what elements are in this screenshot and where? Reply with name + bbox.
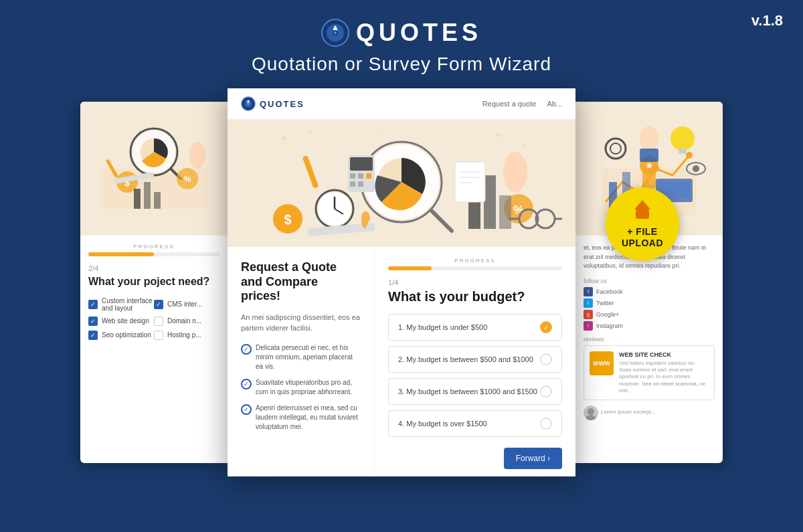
check-text-3: Aperiri deterruisset ei mea, sed cu laud… <box>256 404 361 432</box>
checkbox-checked-icon <box>88 331 98 340</box>
www-description: Uisi habeo equidem sanctus no. Suas summ… <box>619 360 709 395</box>
svg-point-67 <box>671 126 695 151</box>
svg-rect-47 <box>358 173 363 179</box>
quote-description: An mei sadipscing dissentiet, eos ea par… <box>241 312 361 334</box>
nav-logo-text: QUOTES <box>260 99 304 109</box>
option-4[interactable]: 4. My budget is over $1500 <box>388 410 562 437</box>
google-icon: g <box>584 310 593 319</box>
forward-button[interactable]: Forward › <box>504 448 562 469</box>
checkbox-3[interactable]: Web site design <box>88 317 154 326</box>
page-header: v.1.8 QUOTES Quotation or Survey Form Wi… <box>0 0 803 88</box>
svg-text:+: + <box>375 126 379 133</box>
checkbox-4[interactable]: Domain n... <box>154 317 219 326</box>
center-hero-illustration: + + + + + <box>241 122 562 246</box>
review-avatar-row: Lorem ipsum excerpt... <box>584 406 715 420</box>
left-card-content: PROGRESS 2/4 What your poject need? Cust… <box>80 236 228 353</box>
option-2[interactable]: 2. My budget is between $500 and $1000 <box>388 346 562 373</box>
svg-point-81 <box>586 415 596 420</box>
left-question: What your poject need? <box>88 275 219 289</box>
instagram-icon: i <box>584 321 593 331</box>
option-4-radio <box>540 418 552 430</box>
check-circle-icon <box>241 404 252 415</box>
right-preview-card: ★ et, eos ea partem viderer facilisi. Br… <box>575 102 723 463</box>
checkbox-checked-icon <box>154 300 163 309</box>
reviews-title: reviews <box>584 336 715 343</box>
checkbox-empty-icon <box>154 331 163 340</box>
center-hero: + + + + + <box>228 120 575 247</box>
twitter-icon: t <box>584 298 593 308</box>
instagram-follow[interactable]: i Instagram <box>584 321 715 331</box>
option-1-radio <box>540 321 552 333</box>
follow-title: follow us <box>584 278 715 284</box>
www-icon: WWW <box>590 351 614 375</box>
svg-rect-79 <box>640 149 658 162</box>
svg-rect-45 <box>350 157 373 171</box>
nav-link-about[interactable]: Ab... <box>547 100 562 108</box>
quotes-logo-icon <box>321 19 349 47</box>
instagram-label: Instagram <box>596 323 623 329</box>
svg-point-3 <box>334 31 337 34</box>
checkbox-4-label: Domain n... <box>167 317 201 325</box>
option-3[interactable]: 3. My budget is between $1000 and $1500 <box>388 378 562 405</box>
svg-rect-46 <box>350 173 355 179</box>
svg-rect-15 <box>154 192 161 209</box>
checkbox-1[interactable]: Custom interface and layout <box>88 297 154 312</box>
version-badge: v.1.8 <box>751 12 783 29</box>
checkbox-5[interactable]: Seo optimization <box>88 331 154 340</box>
svg-rect-40 <box>484 175 496 229</box>
google-follow[interactable]: g Google+ <box>584 310 715 319</box>
svg-line-30 <box>432 211 452 231</box>
svg-point-78 <box>640 126 658 151</box>
check-circle-icon <box>241 379 252 389</box>
nav-link-quote[interactable]: Request a quote <box>482 100 537 108</box>
checkbox-2[interactable]: CMS inter... <box>154 297 219 312</box>
twitter-label: Twitter <box>596 300 614 306</box>
svg-rect-14 <box>144 182 151 209</box>
google-label: Google+ <box>596 311 619 318</box>
twitter-follow[interactable]: t Twitter <box>584 298 715 308</box>
option-4-label: 4. My budget is over $1500 <box>398 420 487 428</box>
quiz-panel: PROGRESS 1/4 What is your budget? 1. My … <box>375 247 575 476</box>
facebook-follow[interactable]: f Facebook <box>584 287 715 296</box>
question-title: What is your budget? <box>388 289 562 304</box>
svg-point-55 <box>503 152 527 192</box>
svg-text:+: + <box>522 141 527 151</box>
option-3-label: 3. My budget is between $1000 and $1500 <box>398 387 537 395</box>
svg-text:%: % <box>513 203 524 217</box>
svg-text:$: $ <box>284 212 291 227</box>
svg-point-77 <box>693 165 699 172</box>
reviews-text: Lorem ipsum excerpt... <box>584 406 715 420</box>
option-2-radio <box>540 353 552 365</box>
upload-icon <box>630 200 654 224</box>
www-title: WEB SITE CHECK <box>619 351 709 358</box>
cards-area: $ % PROGRESS 2/4 What your <box>0 88 803 490</box>
nav-links: Request a quote Ab... <box>482 100 562 108</box>
left-preview-card: $ % PROGRESS 2/4 What your <box>80 102 228 463</box>
left-info-panel: Request a Quote and Compare prices! An m… <box>228 247 375 476</box>
center-main-card: QUOTES Request a quote Ab... + + + + + <box>228 88 575 476</box>
svg-point-80 <box>588 408 594 415</box>
svg-point-72 <box>606 139 626 159</box>
checkbox-6[interactable]: Hosting p... <box>154 331 219 340</box>
option-1-label: 1. My budget is under $500 <box>398 323 487 331</box>
svg-rect-48 <box>366 173 371 179</box>
svg-point-73 <box>610 143 621 154</box>
www-box: WWW WEB SITE CHECK Uisi habeo equidem sa… <box>584 345 715 401</box>
option-2-label: 2. My budget is between $500 and $1000 <box>398 355 533 363</box>
quiz-progress: PROGRESS <box>388 258 562 270</box>
file-upload-badge[interactable]: + FILEUPLOAD <box>606 187 679 261</box>
svg-rect-13 <box>134 189 141 209</box>
svg-text:%: % <box>184 175 191 184</box>
logo-text: QUOTES <box>356 19 482 47</box>
check-item-1: Delicata persecuti ei nec, et his minim … <box>241 343 361 371</box>
logo-area: QUOTES <box>0 19 803 47</box>
check-circle-icon <box>241 344 252 355</box>
center-nav: QUOTES Request a quote Ab... <box>228 88 575 120</box>
svg-text:+: + <box>308 128 313 137</box>
check-text-1: Delicata persecuti ei nec, et his minim … <box>256 343 361 371</box>
option-1[interactable]: 1. My budget is under $500 <box>388 314 562 341</box>
check-item-3: Aperiri deterruisset ei mea, sed cu laud… <box>241 404 361 432</box>
page-subtitle: Quotation or Survey Form Wizard <box>0 54 803 75</box>
facebook-icon: f <box>584 287 593 296</box>
checkbox-6-label: Hosting p... <box>167 331 201 339</box>
